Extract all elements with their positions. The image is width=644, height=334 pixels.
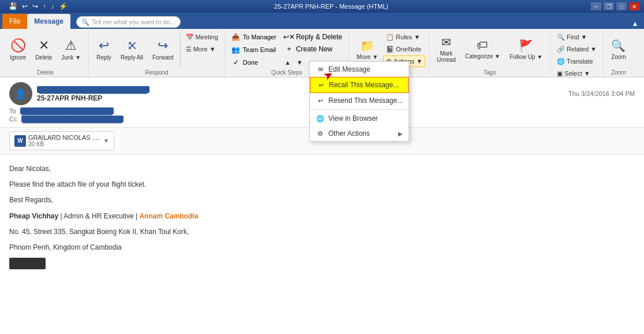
- maximize-button[interactable]: □: [616, 2, 627, 10]
- translate-button[interactable]: 🌐 Translate: [554, 55, 600, 67]
- zoom-group-label: Zoom: [607, 68, 630, 77]
- quicksteps-nav: ▲ ▼: [282, 57, 306, 68]
- translate-icon: 🌐: [557, 58, 565, 65]
- respond-col2: 📅 Meeting ☰ More ▼: [183, 31, 221, 55]
- restore-button[interactable]: ❐: [604, 2, 614, 10]
- sig-redacted: ███████: [9, 258, 46, 269]
- attachment-item[interactable]: W GRAILARD NICOLAS ..... 20 KB ▼: [9, 131, 114, 150]
- customize-button[interactable]: ⚡: [57, 1, 69, 12]
- rules-button[interactable]: 📋 Rules ▼: [383, 31, 425, 43]
- categorize-button[interactable]: 🏷 Categorize ▼: [461, 31, 504, 67]
- to-label: To: [9, 107, 16, 114]
- more-button[interactable]: ☰ More ▼: [183, 43, 221, 55]
- move-button[interactable]: 📁 Move ▼: [353, 31, 382, 67]
- to-manager-icon: 📤: [231, 32, 241, 42]
- delete-button[interactable]: ✕ Delete: [31, 31, 56, 67]
- actions-button[interactable]: ⚙ Actions ▼: [383, 55, 425, 67]
- attachment-dropdown-icon[interactable]: ▼: [103, 138, 109, 144]
- ribbon-group-tags: ✉ MarkUnread 🏷 Categorize ▼ 🚩 Follow Up …: [429, 31, 551, 77]
- forward-button[interactable]: ↪ Forward: [148, 31, 178, 67]
- ribbon-group-zoom: 🔍 Zoom Zoom: [604, 31, 634, 77]
- tags-group-label: Tags: [433, 68, 546, 77]
- done-icon: ✓: [231, 58, 241, 67]
- window-controls: ─ ❐ □ ✕: [591, 2, 639, 10]
- junk-icon: ⚠: [65, 38, 77, 53]
- redo-button[interactable]: ↪: [31, 1, 40, 12]
- zoom-label: Zoom: [611, 54, 626, 60]
- quicksteps-down[interactable]: ▼: [294, 57, 306, 68]
- tell-me-text: Tell me what you want to do...: [92, 18, 175, 25]
- quickstep-create-new[interactable]: + Create New: [282, 43, 335, 55]
- reply-all-button[interactable]: ⤪ Reply All: [117, 31, 147, 67]
- ribbon-group-move: 📁 Move ▼ 📋 Rules ▼ 📓 OneNote ⚙ Actions ▼…: [349, 31, 429, 77]
- junk-label: Junk ▼: [61, 54, 81, 61]
- cc-row: Cc ██████████████████████: [9, 116, 635, 123]
- quicksteps-up[interactable]: ▲: [282, 57, 294, 68]
- mark-unread-icon: ✉: [441, 35, 451, 49]
- tell-me-bar[interactable]: 🔍 Tell me what you want to do...: [76, 16, 181, 28]
- to-manager-label: To Manager: [243, 34, 276, 40]
- up-button[interactable]: ↑: [41, 1, 48, 12]
- quickstep-reply-delete[interactable]: ↩✕ Reply & Delete: [282, 31, 345, 43]
- email-area: 👤 ████████████████████████ 25-27APR PNH-…: [0, 77, 644, 334]
- move-group-content: 📁 Move ▼ 📋 Rules ▼ 📓 OneNote ⚙ Actions ▼: [353, 31, 425, 68]
- team-email-icon: 👥: [231, 45, 241, 54]
- find-label: Find ▼: [567, 34, 587, 40]
- rules-label: Rules ▼: [396, 34, 420, 40]
- quickstep-done[interactable]: ✓ Done: [229, 57, 279, 68]
- tab-message[interactable]: Message: [27, 14, 70, 29]
- quickstep-to-manager[interactable]: 📤 To Manager: [229, 31, 279, 43]
- related-label: Related ▼: [567, 46, 597, 53]
- sig-name: Pheap Vichhay: [9, 212, 58, 220]
- reply-button[interactable]: ↩ Reply: [92, 31, 115, 67]
- categorize-label: Categorize ▼: [465, 53, 500, 60]
- close-button[interactable]: ✕: [629, 2, 639, 10]
- forward-icon: ↪: [158, 38, 168, 53]
- tab-file[interactable]: File: [2, 14, 27, 29]
- save-button[interactable]: 💾: [7, 1, 19, 12]
- mark-unread-button[interactable]: ✉ MarkUnread: [433, 31, 460, 67]
- email-header: 👤 ████████████████████████ 25-27APR PNH-…: [0, 77, 644, 128]
- follow-up-label: Follow Up ▼: [510, 54, 542, 60]
- undo-button[interactable]: ↩: [20, 1, 29, 12]
- follow-up-button[interactable]: 🚩 Follow Up ▼: [506, 31, 546, 67]
- actions-label: Actions ▼: [394, 58, 422, 65]
- related-button[interactable]: 🔗 Related ▼: [554, 43, 600, 55]
- attachment-size: 20 KB: [28, 141, 101, 147]
- meeting-label: Meeting: [196, 34, 218, 40]
- quickstep-team-email[interactable]: 👥 Team Email: [229, 44, 279, 55]
- collapse-ribbon-icon[interactable]: ▴: [633, 18, 637, 28]
- delete-icon: ✕: [39, 38, 49, 53]
- email-subject: 25-27APR PNH-REP: [37, 94, 564, 102]
- onenote-label: OneNote: [396, 46, 421, 53]
- team-email-label: Team Email: [243, 46, 276, 53]
- rules-icon: 📋: [386, 34, 394, 41]
- minimize-button[interactable]: ─: [591, 2, 601, 10]
- zoom-button[interactable]: 🔍 Zoom: [607, 31, 630, 67]
- follow-up-icon: 🚩: [519, 39, 533, 53]
- regards: Best Regards,: [9, 195, 635, 206]
- email-meta: 👤 ████████████████████████ 25-27APR PNH-…: [9, 82, 635, 105]
- ignore-icon: 🚫: [10, 38, 26, 53]
- email-body: Dear Nicolas, Please find the attach fil…: [0, 154, 644, 334]
- sig-address2: Phnom Penh, Kingdom of Cambodia: [9, 242, 635, 253]
- down-button[interactable]: ↓: [49, 1, 56, 12]
- quicksteps-group-label: Quick Steps: [229, 68, 345, 77]
- junk-button[interactable]: ⚠ Junk ▼: [57, 31, 85, 67]
- more-icon: ☰: [186, 46, 192, 53]
- ribbon-tabs: File Message 🔍 Tell me what you want to …: [0, 13, 644, 29]
- attachment-name: GRAILARD NICOLAS .....: [28, 134, 101, 141]
- reply-delete-icon: ↩✕: [284, 32, 294, 42]
- meeting-button[interactable]: 📅 Meeting: [183, 31, 221, 43]
- forward-label: Forward: [152, 54, 174, 61]
- meeting-icon: 📅: [186, 34, 194, 41]
- select-button[interactable]: ▣ Select ▼: [554, 68, 600, 77]
- cc-label: Cc: [9, 116, 17, 123]
- reply-all-label: Reply All: [121, 54, 143, 61]
- sig-company: Annam Cambodia: [139, 212, 198, 220]
- onenote-button[interactable]: 📓 OneNote: [383, 43, 425, 55]
- cc-address: ██████████████████████: [21, 116, 123, 123]
- find-button[interactable]: 🔍 Find ▼: [554, 31, 600, 43]
- delete-group-content: 🚫 Ignore ✕ Delete ⚠ Junk ▼: [6, 31, 85, 68]
- ignore-button[interactable]: 🚫 Ignore: [6, 31, 30, 67]
